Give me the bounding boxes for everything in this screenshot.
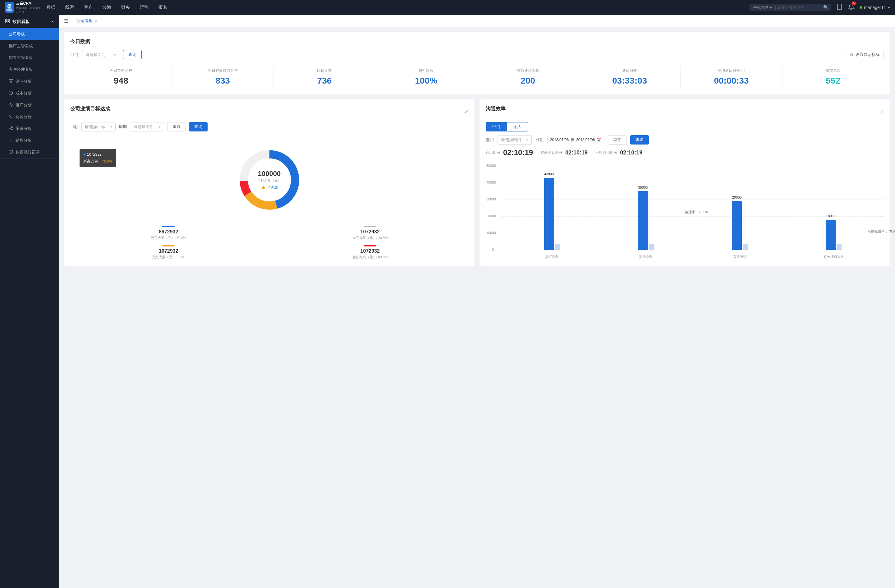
promo-analysis-label: 推广分析 xyxy=(15,102,32,108)
nav-item-ops[interactable]: 运营 xyxy=(135,3,153,12)
nav-items: 数据 线索 客户 公海 财务 运营 报名 xyxy=(42,3,749,12)
stat-effective-calls: 有效通话次数 200 xyxy=(477,65,579,88)
performance-title: 公司业绩目标达成 xyxy=(70,106,110,112)
mobile-icon[interactable] xyxy=(836,3,843,12)
sidebar-item-visitor[interactable]: 访客分析 xyxy=(0,111,59,123)
stats-row: 今日首咨客户 948 今日有效首咨客户 833 回访人数 736 拨打次数 10… xyxy=(70,65,884,88)
stat-deals: 成交单数 552 xyxy=(783,65,884,88)
performance-card: 公司业绩目标达成 ⤢ 目标 请选择目标 ▾ 周期 请选择周期 ▾ xyxy=(64,100,475,266)
calendar-icon[interactable]: 📅 xyxy=(597,138,601,142)
bar-chart-xaxis: 拨打次数 接通次数 有效通话 有效接通次数 xyxy=(502,255,884,259)
y-label-40000: 40000 xyxy=(486,180,496,184)
dept-filter-label: 部门 xyxy=(70,52,78,58)
bar-connect-label: 35000 xyxy=(638,186,648,189)
target-select[interactable]: 请选择目标 ▾ xyxy=(82,122,115,132)
bar-group-effective-connect: 18000 有效接通率：70.9% xyxy=(787,220,881,250)
donut-stat-over: 1072932 超额完成（元）| 89.9% xyxy=(272,245,469,259)
dept-select[interactable]: 请选择部门 ▾ xyxy=(82,50,119,59)
x-label-eff-connect: 有效接通次数 xyxy=(787,255,881,259)
tab-company-board[interactable]: 公司看板 ✕ xyxy=(72,15,102,27)
search-type-select[interactable]: 手机号码 xyxy=(752,5,773,10)
call-duration-value: 02:10:19 xyxy=(503,148,533,157)
stat-dial-count: 拨打次数 100% xyxy=(375,65,477,88)
avg-duration-help-icon[interactable]: ⓘ xyxy=(741,68,745,73)
notification-icon[interactable]: 5 xyxy=(848,3,855,12)
dept-placeholder: 请选择部门 xyxy=(85,52,106,58)
stat-deals-value: 552 xyxy=(785,76,881,86)
sidebar-item-cost[interactable]: 成本分析 xyxy=(0,87,59,99)
nav-item-customers[interactable]: 客户 xyxy=(80,3,97,12)
required-label: 应完成量（元）| 8.9% xyxy=(70,255,267,259)
tooltip-pct: 70.9% xyxy=(102,159,112,164)
data-flow-label: 数据流转记录 xyxy=(15,150,40,155)
sidebar-item-account-manager[interactable]: 客户经理看板 xyxy=(0,64,59,76)
sidebar-item-company-board[interactable]: 公司看板 xyxy=(0,28,59,40)
sidebar-item-channel[interactable]: 渠道分析 xyxy=(0,123,59,135)
comm-query-btn[interactable]: 查询 xyxy=(630,135,649,144)
stat-call-duration-label: 通话时长 xyxy=(581,68,678,73)
period-label: 周期 xyxy=(119,124,127,130)
effective-value: 02:10:19 xyxy=(565,150,588,156)
today-data-title: 今日数据 xyxy=(70,39,884,45)
eff-connect-rate-annotation: 有效接通率：70.9% xyxy=(868,229,895,234)
bar-effective-secondary xyxy=(743,244,748,250)
remaining-value: 1072932 xyxy=(272,229,469,235)
sidebar-item-sales-analysis[interactable]: 销售分析 xyxy=(0,135,59,146)
stat-effective-consult: 今日有效首咨客户 833 xyxy=(172,65,273,88)
svg-line-15 xyxy=(10,128,12,129)
date-end: 2018/01/08 xyxy=(576,138,595,142)
nav-item-finance[interactable]: 财务 xyxy=(117,3,134,12)
sidebar-section-dashboard: 数据看板 ∧ 公司看板 推广主管看板 销售主管看板 客户经理看板 xyxy=(0,15,59,159)
nav-item-leads[interactable]: 线索 xyxy=(61,3,78,12)
x-label-connect: 接通次数 xyxy=(599,255,693,259)
nav-item-data[interactable]: 数据 xyxy=(42,3,60,12)
search-icon[interactable]: 🔍 xyxy=(823,5,828,10)
sidebar-item-promo-analysis[interactable]: 推广分析 xyxy=(0,99,59,111)
section-collapse-icon[interactable]: ∧ xyxy=(51,19,54,24)
comm-dept-select[interactable]: 请选择部门 ▾ xyxy=(498,135,532,144)
sidebar-item-promo-manager[interactable]: 推广主管看板 xyxy=(0,40,59,52)
bar-group-connect: 35000 接通率：70.9% xyxy=(599,191,693,250)
target-label: 目标 xyxy=(70,124,78,130)
performance-query-btn[interactable]: 查询 xyxy=(189,122,208,132)
nav-item-public[interactable]: 公海 xyxy=(98,3,115,12)
date-range[interactable]: 2018/01/08 至 2018/01/08 📅 xyxy=(547,136,604,144)
sidebar-item-sales-manager[interactable]: 销售主管看板 xyxy=(0,52,59,64)
performance-reset-btn[interactable]: 重置 xyxy=(167,122,186,132)
settings-icon: ⚙ xyxy=(850,53,854,57)
user-info[interactable]: manager11 ▾ xyxy=(860,5,890,10)
completed-value: 8972932 xyxy=(70,229,267,235)
comm-tab-person[interactable]: 个人 xyxy=(507,122,528,132)
remaining-line xyxy=(364,226,376,227)
visitor-icon xyxy=(9,114,13,120)
user-dropdown-icon[interactable]: ▾ xyxy=(888,5,890,10)
period-select[interactable]: 请选择周期 ▾ xyxy=(130,122,164,132)
performance-expand-icon[interactable]: ⤢ xyxy=(464,109,468,114)
main-content: 今日数据 部门 请选择部门 ▾ 查询 ⚙ 设置显示指标 今日首咨客户 xyxy=(59,27,895,588)
sidebar-section-header[interactable]: 数据看板 ∧ xyxy=(0,15,59,28)
tab-toggle-icon[interactable]: ☰ xyxy=(64,18,68,24)
tab-close-icon[interactable]: ✕ xyxy=(94,19,97,23)
stat-deals-label: 成交单数 xyxy=(785,68,881,73)
svg-rect-20 xyxy=(9,150,13,153)
stat-effective-calls-label: 有效通话次数 xyxy=(480,68,576,73)
today-query-btn[interactable]: 查询 xyxy=(123,50,142,59)
nav-item-signup[interactable]: 报名 xyxy=(154,3,171,12)
comm-expand-icon[interactable]: ⤢ xyxy=(880,109,884,114)
y-label-50000: 50000 xyxy=(486,164,496,168)
comm-tab-dept[interactable]: 部门 xyxy=(486,122,507,132)
settings-indicator-btn[interactable]: ⚙ 设置显示指标 xyxy=(846,50,884,59)
search-input[interactable] xyxy=(778,5,821,10)
sidebar-section-title: 数据看板 xyxy=(12,19,30,24)
over-value: 1072932 xyxy=(272,248,469,254)
comm-dept-dropdown-icon: ▾ xyxy=(526,138,528,142)
visitor-label: 访客分析 xyxy=(15,114,32,120)
stat-effective-consult-value: 833 xyxy=(174,76,271,86)
time-stats: 通话时长 02:10:19 有效通话时长 02:10:19 平均通话时长 02:… xyxy=(486,148,884,161)
comm-reset-btn[interactable]: 重置 xyxy=(608,135,626,144)
period-placeholder: 请选择周期 xyxy=(133,124,153,130)
cost-label: 成本分析 xyxy=(15,91,32,96)
sidebar-item-funnel[interactable]: 漏斗分析 xyxy=(0,76,59,87)
sidebar-item-data-flow[interactable]: 数据流转记录 xyxy=(0,146,59,158)
layout: 数据看板 ∧ 公司看板 推广主管看板 销售主管看板 客户经理看板 xyxy=(0,15,895,588)
